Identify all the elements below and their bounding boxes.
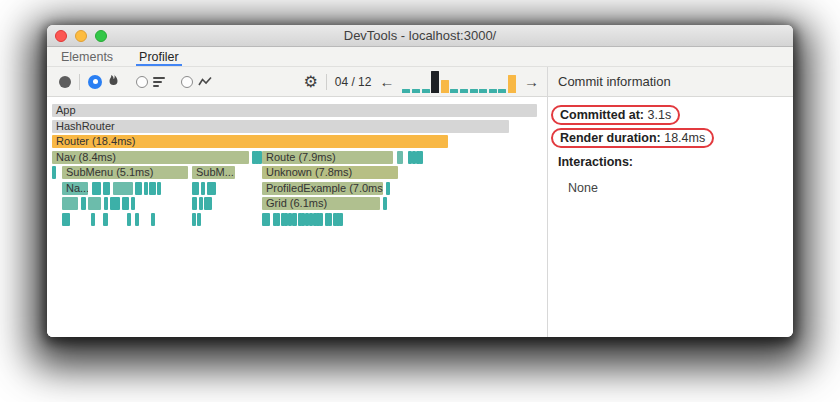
render-duration-value: 18.4ms: [661, 131, 705, 145]
commit-bar-7[interactable]: [460, 89, 468, 93]
flame-bar[interactable]: [81, 197, 86, 210]
flame-bar[interactable]: [91, 213, 95, 226]
flame-bar-profiledexample[interactable]: ProfiledExample (7.0ms): [262, 182, 383, 195]
committed-at-label: Committed at:: [560, 108, 644, 122]
flame-bar-app[interactable]: App: [52, 104, 537, 117]
toolbar-divider-2: [326, 74, 327, 90]
flame-bar[interactable]: [262, 213, 270, 226]
flame-bar[interactable]: [103, 213, 108, 226]
flame-bar-grid[interactable]: Grid (6.1ms): [262, 197, 380, 210]
flame-bar[interactable]: [62, 213, 70, 226]
gear-icon[interactable]: ⚙: [303, 74, 317, 90]
annotation-circle-render-duration: Render duration: 18.4ms: [551, 128, 714, 148]
flame-bar-subm[interactable]: SubM...: [192, 166, 235, 179]
commit-bar-1[interactable]: [402, 89, 410, 93]
commit-index: 04 / 12: [335, 75, 372, 89]
ranked-radio[interactable]: [136, 76, 148, 88]
flame-bar-unknown[interactable]: Unknown (7.8ms): [262, 166, 398, 179]
toolbar-divider: [79, 74, 80, 90]
commit-bar-9[interactable]: [479, 89, 487, 93]
devtools-window: DevTools - localhost:3000/ Elements Prof…: [47, 25, 793, 337]
flame-bar[interactable]: [192, 197, 197, 210]
committed-at-value: 3.1s: [644, 108, 671, 122]
flame-bar[interactable]: [110, 197, 120, 210]
flame-bar-hashrouter[interactable]: HashRouter: [52, 120, 509, 133]
tab-profiler[interactable]: Profiler: [139, 47, 179, 66]
flame-bar-route[interactable]: Route (7.9ms): [262, 151, 393, 164]
flame-bar[interactable]: [328, 213, 332, 226]
flame-bar[interactable]: [104, 197, 108, 210]
commit-info-content: Committed at: 3.1s Render duration: 18.4…: [548, 97, 793, 202]
flame-bar[interactable]: [52, 166, 56, 179]
window-title: DevTools - localhost:3000/: [47, 28, 793, 43]
flame-bar[interactable]: [144, 182, 148, 195]
screenshot-stage: DevTools - localhost:3000/ Elements Prof…: [0, 0, 840, 402]
flame-bar[interactable]: [383, 197, 387, 210]
profiler-left-panel: ⚙ 04 / 12 ← → AppHashRouterRouter (18.4m…: [47, 67, 547, 337]
commit-bar-3[interactable]: [422, 89, 430, 93]
interactions-value: None: [568, 181, 783, 195]
tab-bar: Elements Profiler: [47, 47, 793, 67]
flame-bar[interactable]: [419, 151, 423, 164]
flamegraph-radio[interactable]: [88, 75, 102, 89]
title-bar[interactable]: DevTools - localhost:3000/: [47, 25, 793, 47]
ranked-chart-icon[interactable]: [153, 77, 165, 87]
flame-bar[interactable]: [131, 197, 135, 210]
flame-bar[interactable]: [201, 182, 205, 195]
commit-bar-6[interactable]: [450, 89, 458, 93]
flame-bar[interactable]: [276, 213, 280, 226]
next-commit-arrow[interactable]: →: [524, 74, 539, 89]
flame-bar[interactable]: [103, 182, 110, 195]
flame-bar[interactable]: [204, 197, 212, 210]
commit-bar-2[interactable]: [412, 89, 420, 93]
render-duration-label: Render duration:: [560, 131, 661, 145]
flame-bar[interactable]: [122, 197, 129, 210]
flame-icon[interactable]: [107, 73, 120, 91]
flamegraph[interactable]: AppHashRouterRouter (18.4ms)Nav (8.4ms)R…: [47, 97, 547, 337]
flame-bar[interactable]: [135, 213, 139, 226]
commit-info-panel: Commit information Committed at: 3.1s Re…: [547, 67, 793, 337]
record-icon[interactable]: [59, 76, 71, 88]
flame-bar[interactable]: [319, 213, 323, 226]
flame-bar[interactable]: [386, 182, 390, 195]
interactions-chart-icon[interactable]: [198, 73, 212, 91]
flame-bar[interactable]: [207, 182, 216, 195]
commit-bar-5[interactable]: [441, 80, 449, 93]
interactions-radio[interactable]: [181, 76, 193, 88]
flame-bar[interactable]: [92, 182, 101, 195]
flame-bar[interactable]: [199, 197, 203, 210]
previous-commit-arrow[interactable]: ←: [379, 74, 394, 89]
flame-bar[interactable]: [113, 182, 133, 195]
active-tab-underline: [136, 64, 182, 67]
interactions-label: Interactions:: [558, 155, 783, 169]
profiler-toolbar: ⚙ 04 / 12 ← →: [47, 67, 547, 97]
flame-bar[interactable]: [151, 213, 155, 226]
commit-info-header: Commit information: [548, 67, 793, 97]
flame-bar[interactable]: [397, 151, 403, 164]
flame-bar[interactable]: [157, 182, 161, 195]
flame-bar[interactable]: [192, 213, 196, 226]
flame-bar[interactable]: [62, 197, 78, 210]
flame-bar[interactable]: [339, 213, 343, 226]
flame-bar-na[interactable]: Na...: [62, 182, 88, 195]
commit-bar-10[interactable]: [489, 89, 497, 93]
flame-bar[interactable]: [192, 182, 199, 195]
flame-bar[interactable]: [197, 213, 201, 226]
commit-selector-chart[interactable]: [402, 71, 516, 93]
flame-bar[interactable]: [135, 182, 142, 195]
flame-bar[interactable]: [88, 197, 101, 210]
flame-bar-router[interactable]: Router (18.4ms): [52, 135, 448, 148]
annotation-circle-committed-at: Committed at: 3.1s: [551, 105, 680, 125]
commit-bar-12[interactable]: [508, 75, 516, 93]
commit-bar-4-selected[interactable]: [431, 71, 439, 93]
flame-bar[interactable]: [127, 213, 131, 226]
devtools-body: ⚙ 04 / 12 ← → AppHashRouterRouter (18.4m…: [47, 67, 793, 337]
commit-bar-11[interactable]: [498, 89, 506, 93]
tab-elements[interactable]: Elements: [61, 47, 113, 66]
flame-bar-submenu[interactable]: SubMenu (5.1ms): [62, 166, 188, 179]
flame-bar[interactable]: [149, 182, 156, 195]
flame-bar[interactable]: [292, 213, 297, 226]
flame-bar-nav[interactable]: Nav (8.4ms): [52, 151, 249, 164]
commit-bar-8[interactable]: [470, 89, 478, 93]
